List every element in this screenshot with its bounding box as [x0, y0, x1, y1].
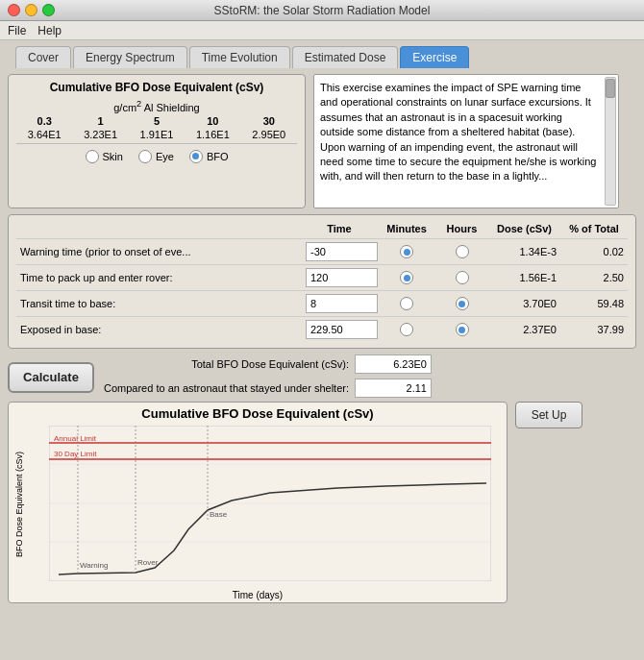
- col-dose: Dose (cSv): [488, 223, 560, 234]
- window-controls[interactable]: [8, 4, 55, 16]
- radio-eye-circle[interactable]: [138, 150, 152, 163]
- param-input-0[interactable]: -30: [306, 242, 378, 261]
- chart-area: Cumulative BFO Dose Equivalent (cSv) BFO…: [8, 402, 508, 603]
- col-hours: Hours: [435, 223, 488, 234]
- tab-exercise[interactable]: Exercise: [400, 46, 469, 68]
- y-axis-label-wrapper: BFO Dose Equivalent (cSv): [11, 429, 28, 579]
- param-input-3[interactable]: 229.50: [306, 320, 378, 339]
- y-axis-label: BFO Dose Equivalent (cSv): [14, 452, 24, 557]
- val-30: 2.95E0: [241, 128, 297, 141]
- setup-button[interactable]: Set Up: [515, 402, 582, 428]
- tab-time-evolution[interactable]: Time Evolution: [189, 46, 290, 68]
- menu-bar: File Help: [0, 21, 644, 40]
- maximize-button[interactable]: [42, 4, 55, 16]
- radio-min-3[interactable]: [400, 323, 413, 336]
- menu-help[interactable]: Help: [37, 24, 62, 37]
- calc-totals-area: Calculate Total BFO Dose Equivalent (cSv…: [8, 354, 618, 603]
- val-1: 3.23E1: [72, 128, 128, 141]
- param-radio-min-3[interactable]: [378, 323, 435, 336]
- col-5: 5: [129, 114, 185, 128]
- tab-cover[interactable]: Cover: [15, 46, 71, 68]
- total-compare-row: Compared to an astronaut that stayed und…: [104, 379, 432, 398]
- chart-setup-row: Cumulative BFO Dose Equivalent (cSv) BFO…: [8, 402, 618, 603]
- param-row-1: Time to pack up and enter rover: 120 1.5…: [16, 264, 628, 290]
- shielding-table: g/cm2 Al Shielding 0.3 1 5 10 30 3.64E1 …: [16, 98, 297, 141]
- param-label-3: Exposed in base:: [16, 324, 306, 335]
- param-dose-3: 2.37E0: [488, 324, 560, 335]
- param-input-2[interactable]: 8: [306, 294, 378, 313]
- radio-eye[interactable]: Eye: [138, 150, 174, 163]
- compare-label: Compared to an astronaut that stayed und…: [104, 382, 349, 394]
- description-box: This exercise examines the impact of SPE…: [313, 74, 619, 208]
- description-text: This exercise examines the impact of SPE…: [320, 81, 597, 184]
- radio-skin-label: Skin: [103, 151, 123, 162]
- radio-hr-3[interactable]: [456, 323, 469, 336]
- param-dose-1: 1.56E-1: [488, 272, 560, 283]
- radio-skin[interactable]: Skin: [86, 150, 123, 163]
- menu-file[interactable]: File: [8, 24, 26, 37]
- tab-energy-spectrum[interactable]: Energy Spectrum: [73, 46, 187, 68]
- col-30: 30: [241, 114, 297, 128]
- col-10: 10: [185, 114, 240, 128]
- val-03: 3.64E1: [16, 128, 72, 141]
- radio-min-0[interactable]: [400, 245, 413, 258]
- param-pct-1: 2.50: [560, 272, 628, 283]
- param-pct-0: 0.02: [560, 246, 628, 257]
- total-bfo-row: Total BFO Dose Equivalent (cSv): 6.23E0: [104, 354, 432, 374]
- param-radio-hr-0[interactable]: [435, 245, 488, 258]
- radio-hr-2[interactable]: [456, 297, 469, 310]
- param-label-1: Time to pack up and enter rover:: [16, 272, 306, 283]
- radio-hr-1[interactable]: [456, 271, 469, 284]
- radio-bfo-circle[interactable]: [189, 150, 203, 163]
- main-content: Cumulative BFO Dose Equivalent (cSv) g/c…: [0, 68, 644, 609]
- params-box: Time Minutes Hours Dose (cSv) % of Total…: [8, 214, 636, 349]
- param-radio-min-2[interactable]: [378, 297, 435, 310]
- param-dose-0: 1.34E-3: [488, 246, 560, 257]
- tab-estimated-dose[interactable]: Estimated Dose: [292, 46, 399, 68]
- radio-eye-label: Eye: [156, 151, 174, 162]
- param-radio-hr-1[interactable]: [435, 271, 488, 284]
- svg-text:Rover: Rover: [137, 558, 159, 567]
- param-label-0: Warning time (prior to onset of eve...: [16, 246, 306, 257]
- scrollbar-thumb[interactable]: [606, 79, 615, 98]
- param-input-1[interactable]: 120: [306, 268, 378, 287]
- radio-bfo-label: BFO: [207, 151, 229, 162]
- col-time: Time: [301, 223, 378, 234]
- svg-text:Warning: Warning: [80, 561, 109, 570]
- param-radio-hr-3[interactable]: [435, 323, 488, 336]
- col-1: 1: [72, 114, 128, 128]
- chart-title: Cumulative BFO Dose Equivalent (cSv): [9, 403, 507, 423]
- calculate-button[interactable]: Calculate: [8, 362, 94, 393]
- dose-box-title: Cumulative BFO Dose Equivalent (cSv): [16, 81, 297, 94]
- param-pct-3: 37.99: [560, 324, 628, 335]
- scrollbar[interactable]: [605, 77, 616, 206]
- radio-bfo[interactable]: BFO: [189, 150, 229, 163]
- radio-skin-circle[interactable]: [86, 150, 99, 163]
- param-radio-min-1[interactable]: [378, 271, 435, 284]
- compare-value: 2.11: [355, 379, 432, 398]
- param-pct-2: 59.48: [560, 298, 628, 309]
- svg-text:30 Day Limit: 30 Day Limit: [54, 450, 97, 458]
- radio-min-1[interactable]: [400, 271, 413, 284]
- param-radio-min-0[interactable]: [378, 245, 435, 258]
- radio-hr-0[interactable]: [456, 245, 469, 258]
- param-dose-2: 3.70E0: [488, 298, 560, 309]
- param-label-2: Transit time to base:: [16, 298, 306, 309]
- svg-text:Annual Limit: Annual Limit: [54, 434, 97, 443]
- svg-text:Base: Base: [210, 510, 228, 519]
- shielding-unit-label: g/cm2 Al Shielding: [16, 98, 297, 114]
- window-title: SStoRM: the Solar Storm Radiation Model: [214, 4, 431, 17]
- param-radio-hr-2[interactable]: [435, 297, 488, 310]
- radio-min-2[interactable]: [400, 297, 413, 310]
- minimize-button[interactable]: [25, 4, 37, 16]
- title-bar: SStoRM: the Solar Storm Radiation Model: [0, 0, 644, 21]
- col-pct: % of Total: [560, 223, 628, 234]
- close-button[interactable]: [8, 4, 20, 16]
- params-header: Time Minutes Hours Dose (cSv) % of Total: [16, 221, 628, 236]
- tabs-bar: Cover Energy Spectrum Time Evolution Est…: [0, 40, 644, 68]
- val-10: 1.16E1: [185, 128, 240, 141]
- col-03: 0.3: [16, 114, 72, 128]
- bfo-total-value: 6.23E0: [355, 354, 432, 374]
- chart-svg: 10² 10¹ 10⁰ 10⁻¹ 0.01 0.02 0.1 0.2 1 2 3…: [49, 426, 491, 581]
- param-row-3: Exposed in base: 229.50 2.37E0 37.99: [16, 316, 628, 342]
